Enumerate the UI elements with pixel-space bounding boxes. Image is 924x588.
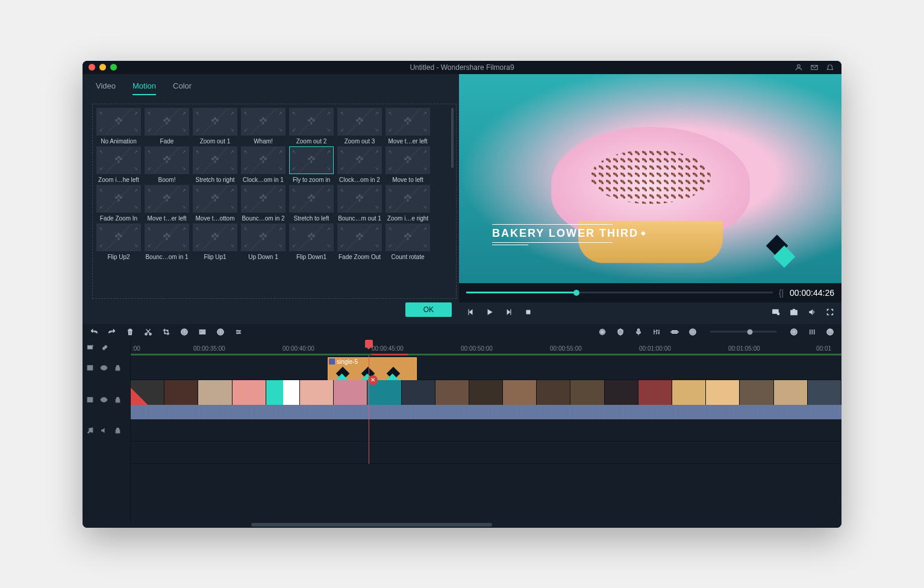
speed-icon[interactable] — [180, 328, 189, 336]
color-icon[interactable] — [198, 328, 207, 336]
timeline-tracks[interactable]: :00 00:00:35:00 00:00:40:00 00:00:45:00 … — [131, 340, 841, 522]
preset-item[interactable]: ↖↗↙↘ Wham! — [240, 108, 287, 145]
preset-item[interactable]: ↖↗↙↘ Flip Down1 — [288, 224, 335, 260]
preset-item[interactable]: ↖↗↙↘ Bounc…om in 1 — [143, 224, 190, 260]
mail-icon[interactable] — [810, 63, 819, 72]
scrollbar[interactable] — [451, 108, 454, 168]
horizontal-scrollbar[interactable] — [83, 522, 841, 528]
preset-item[interactable]: ↖↗↙↘ Bounc…om in 2 — [240, 185, 287, 222]
step-forward-icon[interactable] — [505, 308, 513, 316]
preset-item[interactable]: ↖↗↙↘ Clock…om in 1 — [240, 146, 287, 183]
link-icon[interactable] — [101, 343, 109, 352]
preset-item[interactable]: ↖↗↙↘ Bounc…m out 1 — [336, 185, 383, 222]
play-icon[interactable] — [485, 308, 494, 316]
adjust-icon[interactable] — [234, 328, 243, 336]
time-ruler[interactable]: :00 00:00:35:00 00:00:40:00 00:00:45:00 … — [131, 340, 841, 355]
mute-icon[interactable] — [100, 427, 108, 434]
preset-label: Stretch to right — [195, 177, 234, 183]
preset-item[interactable]: ↖↗↙↘ Flip Up2 — [95, 224, 142, 260]
visibility-icon[interactable] — [100, 396, 108, 404]
account-icon[interactable] — [794, 63, 803, 72]
lock-icon[interactable] — [114, 396, 122, 404]
preset-item[interactable]: ↖↗↙↘ Clock…om in 2 — [336, 146, 383, 183]
ok-button[interactable]: OK — [405, 302, 452, 317]
video-track[interactable]: ✕ — [131, 380, 841, 419]
cut-icon[interactable] — [144, 328, 152, 336]
maximize-button[interactable] — [110, 64, 117, 70]
preset-item[interactable]: ↖↗↙↘ Move to left — [384, 146, 431, 183]
zoom-slider[interactable] — [710, 331, 776, 333]
minimize-button[interactable] — [99, 64, 106, 70]
tab-video[interactable]: Video — [96, 81, 116, 95]
video-clip[interactable] — [131, 380, 841, 405]
svg-rect-25 — [87, 397, 93, 402]
help-icon[interactable] — [826, 328, 834, 336]
fullscreen-icon[interactable] — [826, 308, 834, 316]
preset-item[interactable]: ↖↗↙↘ Zoom out 1 — [192, 108, 239, 145]
redo-icon[interactable] — [108, 328, 116, 336]
preset-item[interactable]: ↖↗↙↘ Stretch to right — [192, 146, 239, 183]
preset-item[interactable]: ↖↗↙↘ Move t…er left — [384, 108, 431, 145]
zoom-out-icon[interactable] — [688, 328, 697, 336]
voiceover-icon[interactable] — [634, 328, 643, 336]
preset-item[interactable]: ↖↗↙↘ Zoom out 3 — [336, 108, 383, 145]
preset-item[interactable]: ↖↗↙↘ Boom! — [143, 146, 190, 183]
preset-label: Fade Zoom Out — [339, 254, 381, 260]
svg-point-8 — [149, 333, 152, 335]
tab-motion[interactable]: Motion — [133, 81, 156, 95]
preset-item[interactable]: ↖↗↙↘ Flip Up1 — [192, 224, 239, 260]
crop-icon[interactable] — [162, 328, 170, 336]
step-backward-icon[interactable] — [466, 308, 475, 316]
preset-item[interactable]: ↖↗↙↘ Stretch to left — [288, 185, 335, 222]
preset-item[interactable]: ↖↗↙↘ Zoom out 2 — [288, 108, 335, 145]
display-settings-icon[interactable] — [772, 308, 780, 316]
preview-panel: BAKERY LOWER THIRD ◆ {| 00:00:44:26 — [459, 74, 841, 324]
preset-item[interactable]: ↖↗↙↘ Fade Zoom Out — [336, 224, 383, 260]
audio-track[interactable] — [131, 419, 841, 442]
svg-point-4 — [777, 313, 779, 315]
close-button[interactable] — [89, 64, 95, 70]
zoom-in-icon[interactable] — [790, 328, 798, 336]
preset-item[interactable]: ↖↗↙↘ Move t…ottom — [192, 185, 239, 222]
preset-label: Move to left — [392, 177, 423, 183]
stop-icon[interactable] — [524, 308, 532, 316]
delete-marker-icon[interactable]: ✕ — [368, 375, 378, 385]
ruler-mark: :00 — [132, 345, 140, 352]
undo-icon[interactable] — [90, 328, 98, 336]
progress-bar[interactable] — [466, 292, 773, 293]
notification-icon[interactable] — [826, 63, 834, 72]
ripple-icon[interactable] — [670, 328, 679, 336]
mixer-icon[interactable] — [652, 328, 661, 336]
lock-icon[interactable] — [114, 427, 122, 434]
snapshot-icon[interactable] — [790, 308, 798, 316]
track-manager-icon[interactable] — [808, 328, 816, 336]
delete-icon[interactable] — [126, 328, 134, 336]
audio-waveform[interactable] — [131, 405, 841, 419]
preview-viewport[interactable]: BAKERY LOWER THIRD ◆ — [459, 74, 841, 283]
preset-item[interactable]: ↖↗↙↘ No Animation — [95, 108, 142, 145]
preset-item[interactable]: ↖↗↙↘ Up Down 1 — [240, 224, 287, 260]
svg-rect-17 — [810, 329, 811, 334]
duration-icon[interactable] — [216, 328, 225, 336]
marker-icon[interactable] — [616, 328, 625, 336]
playhead[interactable] — [369, 355, 369, 464]
add-track-icon[interactable] — [86, 343, 95, 352]
preset-item[interactable]: ↖↗↙↘ Fly to zoom in — [288, 146, 335, 183]
bracket-icon[interactable]: {| — [779, 288, 784, 298]
lock-icon[interactable] — [114, 364, 122, 372]
track-header-video — [83, 380, 130, 419]
preset-label: Flip Down1 — [296, 254, 326, 260]
preset-item[interactable]: ↖↗↙↘ Fade Zoom In — [95, 185, 142, 222]
preset-item[interactable]: ↖↗↙↘ Move t…er left — [143, 185, 190, 222]
preset-item[interactable]: ↖↗↙↘ Fade — [143, 108, 190, 145]
preset-item[interactable]: ↖↗↙↘ Zoom i…e right — [384, 185, 431, 222]
empty-track[interactable] — [131, 442, 841, 464]
preset-item[interactable]: ↖↗↙↘ Count rotate — [384, 224, 431, 260]
tab-color[interactable]: Color — [173, 81, 192, 95]
volume-icon[interactable] — [808, 308, 816, 316]
overlay-track[interactable]: single-5 — [131, 355, 841, 380]
preset-item[interactable]: ↖↗↙↘ Zoom i…he left — [95, 146, 142, 183]
ruler-mark: 00:01:00:00 — [639, 345, 671, 352]
render-icon[interactable] — [598, 328, 607, 336]
visibility-icon[interactable] — [100, 364, 108, 372]
